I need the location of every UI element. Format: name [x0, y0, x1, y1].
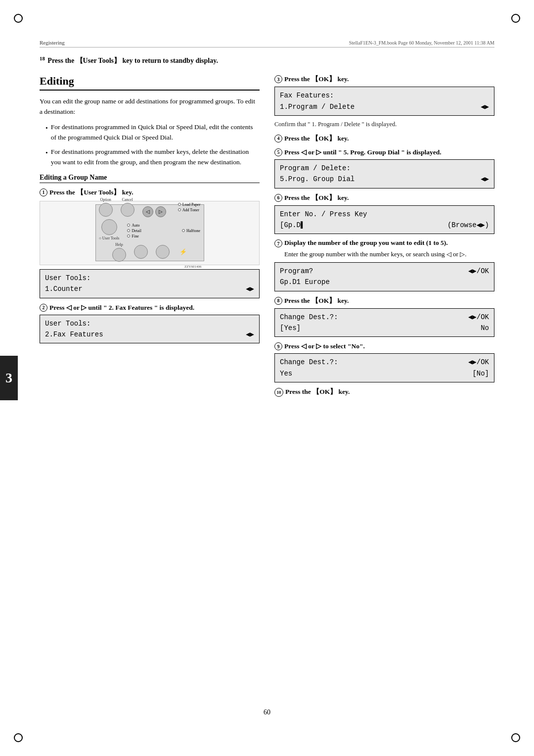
lcd-faxfeatures: User Tools: 2.Fax Features ◀▶ — [40, 315, 260, 344]
step-3-circle: 3 — [274, 75, 282, 83]
option-label: Option — [100, 197, 111, 202]
add-toner-dot — [178, 208, 181, 211]
auto-indicator: Auto — [127, 223, 141, 228]
step-2-circle: 2 — [40, 304, 47, 312]
lcd-ff-l1: User Tools: — [45, 318, 90, 329]
bullet-text-1: For destinations programmed in Quick Dia… — [51, 122, 260, 143]
lcd-prog-l2: Gp.D1 Europe — [280, 277, 330, 287]
lcd-ff-l2: 2.Fax Features — [45, 329, 103, 340]
header-section: Registering — [40, 40, 65, 46]
step-7-body: Enter the group number with the number k… — [284, 249, 494, 259]
bullet-item-2: • For destinations programmed with the n… — [45, 147, 260, 168]
step-10-text: Press the 【OK】 key. — [285, 387, 494, 396]
lcd-pd-line1: Program / Delete: — [280, 163, 489, 174]
step-18-text: Press the 【User Tools】 key to return to … — [47, 57, 218, 64]
step-10: 10 Press the 【OK】 key. — [274, 387, 494, 397]
lcd-cd2-l2b: [No] — [472, 368, 489, 379]
bullet-dot-2: • — [45, 148, 48, 168]
step-4: 4 Press the 【OK】 key. — [274, 134, 494, 143]
step-5: 5 Press ◁ or ▷ until " 5. Prog. Group Di… — [274, 148, 494, 189]
lcd-changedest: Change Dest.?: ◀▶/OK [Yes] No — [274, 308, 494, 337]
editing-heading: Editing — [40, 75, 260, 91]
subheading-editing-group: Editing a Group Name — [40, 174, 260, 183]
bottom-btn-3 — [156, 245, 170, 259]
lcd-en-line2: [Gp.D▌ (Browse◀▶) — [280, 220, 489, 231]
bullet-item-1: • For destinations programmed in Quick D… — [45, 122, 260, 143]
bullet-list: • For destinations programmed in Quick D… — [45, 122, 260, 168]
step-9: 9 Press ◁ or ▷ to select "No". Change De… — [274, 342, 494, 382]
lcd-rf-line2: 1.Program / Delete ◀▶ — [280, 101, 489, 112]
nav-left-btn: ◁ — [142, 206, 153, 217]
lcd-pd-l2: 5.Prog. Group Dial — [280, 174, 355, 185]
step-2: 2 Press ◁ or ▷ until " 2. Fax Features "… — [40, 303, 260, 344]
panel-indicators-right: Load Paper Add Toner — [178, 202, 201, 212]
lcd-pd-l1: Program / Delete: — [280, 163, 351, 174]
lcd-rf-arrow: ◀▶ — [481, 101, 489, 112]
bottom-btn-2 — [134, 245, 148, 259]
step-8: 8 Press the 【OK】 key. Change Dest.?: ◀▶/… — [274, 296, 494, 337]
lcd-cd-line1: Change Dest.?: ◀▶/OK — [280, 312, 489, 323]
step-6: 6 Press the 【OK】 key. Enter No. / Press … — [274, 193, 494, 235]
help-label: Help — [115, 242, 123, 247]
lcd-cd2-line2: Yes [No] — [280, 368, 489, 379]
fine-indicator: Fine — [127, 234, 141, 238]
lcd-faxfeatures2: Fax Features: 1.Program / Delete ◀▶ — [274, 87, 494, 116]
panel-row-top: Option Cancel ◁ ▷ — [99, 197, 201, 217]
panel-row-middle: ○ User Tools Auto Detail — [99, 219, 200, 240]
step-6-text: Press the 【OK】 key. — [284, 193, 494, 202]
detail-indicator: Detail — [127, 229, 141, 233]
lcd-cd2-l1a: Change Dest.?: — [280, 357, 338, 368]
nav-right-btn: ▷ — [155, 206, 166, 217]
lcd-cd-l2b: No — [481, 323, 489, 333]
lcd-prog-line1: Program? ◀▶/OK — [280, 266, 489, 277]
panel-inner: Option Cancel ◁ ▷ — [95, 204, 204, 261]
panel-caption: ZZY601406 — [184, 265, 202, 269]
lcd-enterno: Enter No. / Press Key [Gp.D▌ (Browse◀▶) — [274, 205, 494, 235]
lcd-en-l2a: [Gp.D▌ — [280, 220, 305, 231]
cancel-label: Cancel — [122, 197, 133, 202]
load-paper-indicator: Load Paper — [178, 202, 201, 207]
corner-mark-tr — [511, 14, 520, 23]
step-4-circle: 4 — [274, 135, 282, 142]
bottom-icon: ⚡ — [179, 248, 187, 256]
step-3: 3 Press the 【OK】 key. Fax Features: 1.Pr… — [274, 75, 494, 129]
step-1: 1 Press the 【User Tools】 key. Option Can… — [40, 188, 260, 298]
lcd-cd2-l2a: Yes — [280, 368, 292, 379]
lcd-progdelete: Program / Delete: 5.Prog. Group Dial ◀▶ — [274, 159, 494, 189]
lcd-cd-line2: [Yes] No — [280, 323, 489, 333]
lcd-prog-l1a: Program? — [280, 266, 313, 277]
lcd-ff-arrow: ◀▶ — [246, 329, 254, 340]
step-18-number: 18 — [40, 54, 45, 66]
corner-mark-br — [511, 733, 520, 742]
lcd-cd-l1b: ◀▶/OK — [468, 312, 489, 323]
step-1-text: Press the 【User Tools】 key. — [49, 188, 260, 197]
lcd-en-line1: Enter No. / Press Key — [280, 209, 489, 220]
load-paper-dot — [178, 203, 181, 206]
confirm-text: Confirm that " 1. Program / Delete " is … — [274, 120, 494, 129]
lcd-usertools-line2: 1.Counter ◀▶ — [45, 284, 254, 294]
step-7-circle: 7 — [274, 239, 282, 247]
lcd-program: Program? ◀▶/OK Gp.D1 Europe — [274, 262, 494, 291]
corner-mark-bl — [14, 733, 23, 742]
lcd-ff-line1: User Tools: — [45, 318, 254, 329]
step-18: 18 Press the 【User Tools】 key to return … — [40, 54, 494, 66]
step-1-circle: 1 — [40, 189, 47, 196]
step-7: 7 Display the number of the group you wa… — [274, 239, 494, 291]
header-file-info: StellaF1EN-3_FM.book Page 60 Monday, Nov… — [349, 40, 494, 46]
option-btn — [99, 203, 113, 217]
page-header: Registering StellaF1EN-3_FM.book Page 60… — [40, 40, 494, 47]
halftone-indicator: Halftone — [182, 229, 200, 233]
step-7-text: Display the number of the group you want… — [284, 239, 494, 247]
lcd-rf-l2: 1.Program / Delete — [280, 101, 355, 112]
add-toner-indicator: Add Toner — [178, 208, 201, 212]
step-8-text: Press the 【OK】 key. — [284, 296, 494, 305]
lcd-ut-arrow: ◀▶ — [246, 284, 254, 294]
cancel-btn — [121, 203, 134, 217]
panel-row-bottom: Help ⚡ — [112, 242, 187, 262]
lcd-usertools: User Tools: 1.Counter ◀▶ — [40, 269, 260, 298]
lcd-en-l1: Enter No. / Press Key — [280, 209, 367, 220]
control-panel-image: Option Cancel ◁ ▷ — [40, 201, 260, 265]
step-4-text: Press the 【OK】 key. — [284, 134, 494, 143]
lcd-cd2-l1b: ◀▶/OK — [468, 357, 489, 368]
user-tools-label: ○ User Tools — [99, 236, 119, 240]
